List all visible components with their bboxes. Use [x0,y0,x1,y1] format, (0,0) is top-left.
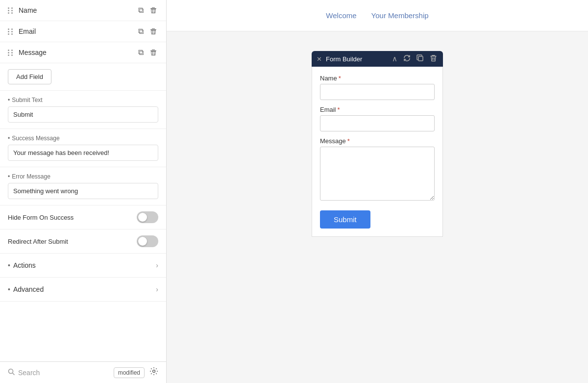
redirect-label: Redirect After Submit [8,238,68,245]
toolbar-close-icon[interactable]: ✕ [317,55,322,63]
required-star-message: * [347,137,350,145]
required-star-email: * [338,106,340,113]
advanced-header[interactable]: Advanced › [0,278,166,301]
left-panel: Name ⧉ Email ⧉ [0,0,167,383]
nav-welcome[interactable]: Welcome [326,8,356,23]
submit-text-input[interactable] [8,106,158,123]
form-textarea-message[interactable] [320,147,435,201]
form-group-name: Name * [320,75,435,100]
svg-line-1 [13,373,15,375]
hide-form-track[interactable] [137,211,158,223]
drag-handle-email[interactable] [8,28,14,35]
form-toolbar: ✕ Form Builder ∧ [312,51,443,67]
field-row-email: Email ⧉ [0,21,166,42]
search-area: Search [8,368,109,377]
actions-section: Actions › [0,254,166,278]
field-row-name: Name ⧉ [0,0,166,21]
panel-content: Name ⧉ Email ⧉ [0,0,166,361]
actions-header[interactable]: Actions › [0,254,166,277]
form-preview: Name * Email * Message * [312,67,443,237]
field-actions-email: ⧉ [137,26,158,37]
search-icon [8,368,15,377]
advanced-label: Advanced [8,285,44,293]
add-field-button[interactable]: Add Field [8,69,51,84]
copy-name-btn[interactable]: ⧉ [137,5,145,16]
delete-message-btn[interactable] [148,47,158,58]
drag-handle-name[interactable] [8,7,14,14]
top-nav: Welcome Your Membership [167,0,588,31]
svg-point-2 [153,370,155,373]
field-actions-message: ⧉ [137,47,158,58]
modified-badge: modified [114,367,145,378]
success-message-label: Success Message [8,135,158,142]
svg-point-0 [9,369,13,373]
submit-text-label: Submit Text [8,97,158,103]
add-field-area: Add Field [0,63,166,91]
svg-rect-3 [418,56,423,61]
redirect-toggle[interactable] [137,235,158,247]
canvas-area: ✕ Form Builder ∧ [167,31,588,383]
form-label-message: Message * [320,137,435,145]
error-message-input[interactable] [8,183,158,199]
copy-email-btn[interactable]: ⧉ [137,26,145,37]
drag-handle-message[interactable] [8,50,14,56]
form-input-email[interactable] [320,115,435,131]
form-group-message: Message * [320,137,435,203]
form-submit-button[interactable]: Submit [320,210,370,229]
toolbar-delete-btn[interactable] [429,54,438,63]
delete-name-btn[interactable] [148,5,158,16]
form-group-email: Email * [320,106,435,131]
form-input-name[interactable] [320,84,435,100]
toolbar-copy-btn[interactable] [416,54,425,63]
panel-footer: Search modified [0,361,166,383]
right-panel: Welcome Your Membership ✕ Form Builder ∧ [167,0,588,383]
form-label-email: Email * [320,106,435,113]
nav-your-membership[interactable]: Your Membership [371,8,429,23]
actions-chevron: › [156,261,158,269]
toolbar-title: Form Builder [326,55,387,63]
field-actions-name: ⧉ [137,5,158,16]
success-message-input[interactable] [8,145,158,161]
hide-form-toggle[interactable] [137,211,158,223]
success-message-section: Success Message [0,129,166,167]
required-star-name: * [339,75,341,82]
field-row-message: Message ⧉ [0,42,166,63]
hide-form-toggle-row: Hide Form On Success [0,205,166,230]
form-label-name: Name * [320,75,435,82]
search-placeholder: Search [18,369,40,377]
submit-text-section: Submit Text [0,91,166,129]
hide-form-label: Hide Form On Success [8,214,74,221]
settings-gear-button[interactable] [149,367,158,378]
error-message-label: Error Message [8,173,158,180]
advanced-chevron: › [156,285,158,293]
form-widget: ✕ Form Builder ∧ [312,51,443,237]
field-label-message: Message [19,49,132,56]
actions-label: Actions [8,261,36,269]
redirect-toggle-row: Redirect After Submit [0,230,166,254]
error-message-section: Error Message [0,167,166,205]
toolbar-collapse-btn[interactable]: ∧ [391,54,398,63]
advanced-section: Advanced › [0,278,166,302]
toolbar-actions: ∧ [391,54,438,63]
delete-email-btn[interactable] [148,26,158,37]
toolbar-refresh-btn[interactable] [402,54,412,63]
field-label-email: Email [19,27,132,35]
field-label-name: Name [19,6,132,14]
copy-message-btn[interactable]: ⧉ [137,47,145,58]
redirect-track[interactable] [137,235,158,247]
